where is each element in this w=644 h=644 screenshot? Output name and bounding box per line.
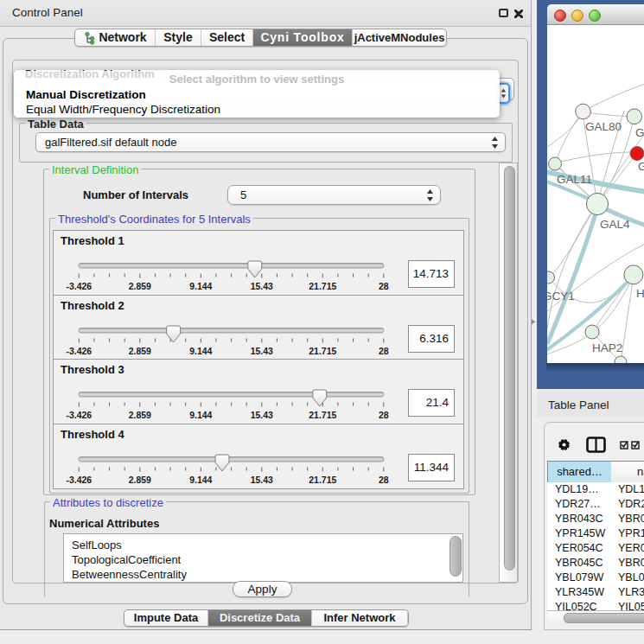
svg-text:GAL80: GAL80	[585, 120, 622, 133]
svg-text:GA: GA	[638, 160, 644, 173]
svg-text:-3.426: -3.426	[66, 346, 92, 356]
svg-text:GCY1: GCY1	[547, 290, 575, 303]
svg-text:21.715: 21.715	[309, 281, 336, 291]
svg-text:GAL11: GAL11	[557, 173, 592, 186]
svg-text:GA: GA	[635, 126, 644, 139]
svg-text:28: 28	[379, 281, 389, 291]
svg-text:21.715: 21.715	[309, 346, 336, 356]
svg-text:-3.426: -3.426	[66, 410, 92, 420]
svg-text:9.144: 9.144	[189, 281, 212, 291]
svg-text:28: 28	[379, 346, 389, 356]
svg-text:2.859: 2.859	[129, 475, 151, 485]
svg-text:9.144: 9.144	[189, 410, 212, 420]
svg-text:9.144: 9.144	[189, 475, 212, 485]
svg-text:-3.426: -3.426	[66, 475, 92, 485]
svg-text:HA: HA	[636, 287, 644, 300]
svg-text:HAP2: HAP2	[592, 341, 622, 354]
svg-text:15.43: 15.43	[251, 346, 273, 356]
svg-text:GAL4: GAL4	[600, 218, 630, 231]
svg-text:15.43: 15.43	[251, 281, 273, 291]
svg-text:15.43: 15.43	[251, 410, 273, 420]
svg-text:-3.426: -3.426	[66, 281, 92, 291]
svg-text:21.715: 21.715	[309, 475, 336, 485]
svg-text:9.144: 9.144	[189, 346, 212, 356]
svg-text:15.43: 15.43	[251, 475, 273, 485]
svg-text:28: 28	[379, 410, 389, 420]
svg-text:2.859: 2.859	[129, 281, 151, 291]
svg-text:2.859: 2.859	[129, 410, 151, 420]
svg-text:2.859: 2.859	[129, 346, 151, 356]
svg-text:21.715: 21.715	[309, 410, 336, 420]
svg-text:28: 28	[379, 475, 389, 485]
